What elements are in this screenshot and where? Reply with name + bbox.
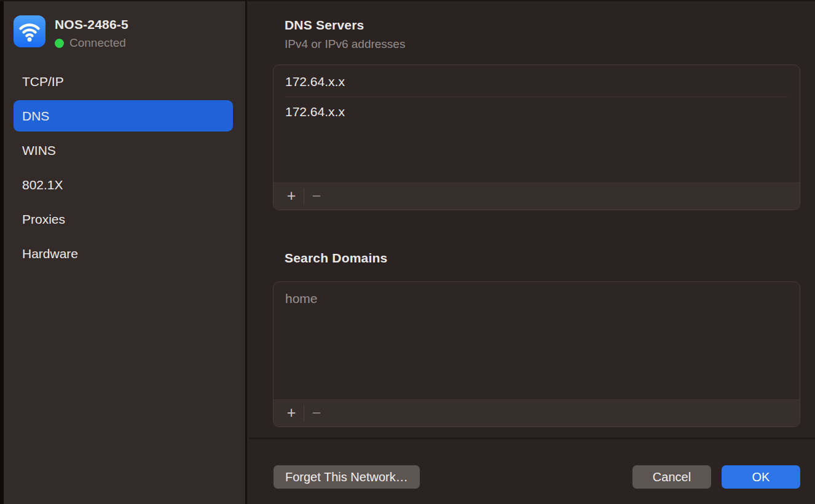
search-domains-rows: home <box>274 282 800 400</box>
ok-button[interactable]: OK <box>722 465 800 489</box>
sidebar-item-hardware[interactable]: Hardware <box>14 238 233 269</box>
dialog-actions: Cancel OK <box>632 465 800 489</box>
cancel-button[interactable]: Cancel <box>632 465 711 489</box>
sidebar-item-dns[interactable]: DNS <box>14 100 233 132</box>
network-status: Connected <box>55 36 128 50</box>
footer-divider <box>249 438 815 439</box>
sidebar: NOS-2486-5 Connected TCP/IPDNSWINS802.1X… <box>4 0 247 504</box>
search-domains-remove-button[interactable]: − <box>306 404 327 423</box>
connected-status-dot <box>55 39 64 48</box>
dns-servers-subtitle: IPv4 or IPv6 addresses <box>285 37 405 51</box>
dns-servers-rows: 172.64.x.x172.64.x.x <box>274 65 800 183</box>
dns-servers-list: 172.64.x.x172.64.x.x + − <box>273 65 800 210</box>
connected-status-label: Connected <box>69 36 126 50</box>
dns-servers-title: DNS Servers <box>285 18 364 33</box>
search-domains-list: home + − <box>273 282 800 427</box>
toolbar-divider <box>304 188 304 205</box>
sidebar-item-wins[interactable]: WINS <box>14 135 233 166</box>
sidebar-nav: TCP/IPDNSWINS802.1XProxiesHardware <box>14 66 233 269</box>
sidebar-item-proxies[interactable]: Proxies <box>14 203 233 235</box>
dns-remove-button[interactable]: − <box>306 187 327 206</box>
network-header: NOS-2486-5 Connected <box>14 15 233 50</box>
details-panel: DNS Servers IPv4 or IPv6 addresses 172.6… <box>249 0 815 504</box>
dns-add-button[interactable]: + <box>281 187 302 206</box>
dns-server-entry[interactable]: 172.64.x.x <box>274 66 800 96</box>
network-meta: NOS-2486-5 Connected <box>55 15 128 50</box>
search-domains-toolbar: + − <box>274 400 800 427</box>
wifi-icon <box>14 15 45 47</box>
sidebar-item-802-1x[interactable]: 802.1X <box>14 169 233 200</box>
search-domain-entry[interactable]: home <box>274 283 800 313</box>
toolbar-divider <box>304 405 304 422</box>
dns-server-entry[interactable]: 172.64.x.x <box>274 96 800 127</box>
search-domains-add-button[interactable]: + <box>281 404 302 423</box>
forget-network-button[interactable]: Forget This Network… <box>274 465 420 489</box>
sidebar-item-tcp-ip[interactable]: TCP/IP <box>14 66 233 97</box>
network-name: NOS-2486-5 <box>55 15 128 32</box>
search-domains-title: Search Domains <box>285 251 387 266</box>
wifi-details-dialog: NOS-2486-5 Connected TCP/IPDNSWINS802.1X… <box>0 0 815 504</box>
dns-servers-toolbar: + − <box>274 183 800 210</box>
